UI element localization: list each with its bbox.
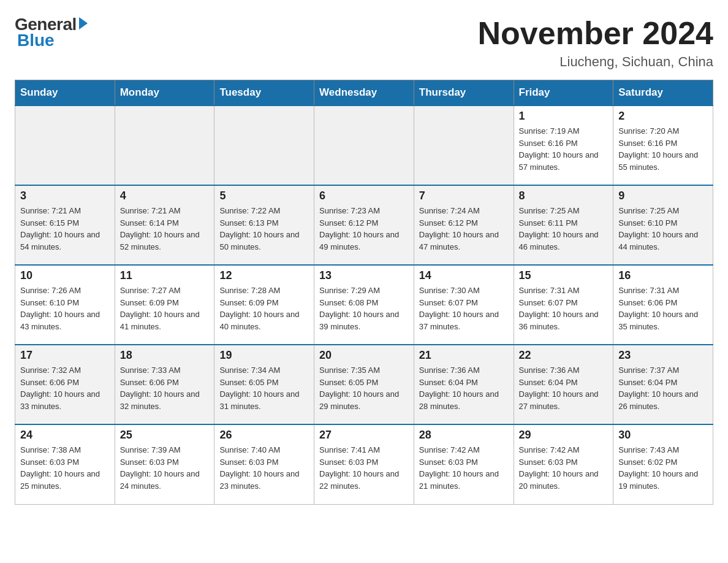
day-number: 26 (219, 429, 309, 442)
day-number: 13 (319, 269, 409, 282)
week-row-4: 17Sunrise: 7:32 AMSunset: 6:06 PMDayligh… (15, 345, 713, 424)
calendar-cell: 18Sunrise: 7:33 AMSunset: 6:06 PMDayligh… (115, 345, 214, 424)
title-section: November 2024 Liucheng, Sichuan, China (478, 15, 713, 70)
day-info: Sunrise: 7:21 AMSunset: 6:14 PMDaylight:… (120, 205, 210, 253)
calendar-cell: 11Sunrise: 7:27 AMSunset: 6:09 PMDayligh… (115, 265, 214, 345)
calendar-cell: 6Sunrise: 7:23 AMSunset: 6:12 PMDaylight… (314, 185, 414, 265)
month-title: November 2024 (478, 15, 713, 52)
calendar-cell: 29Sunrise: 7:42 AMSunset: 6:03 PMDayligh… (514, 424, 613, 504)
day-number: 12 (219, 269, 309, 282)
page-header: General Blue November 2024 Liucheng, Sic… (15, 15, 713, 70)
day-number: 11 (120, 269, 210, 282)
calendar-cell (214, 105, 314, 185)
calendar-cell (314, 105, 414, 185)
calendar-cell: 19Sunrise: 7:34 AMSunset: 6:05 PMDayligh… (214, 345, 314, 424)
calendar-cell: 16Sunrise: 7:31 AMSunset: 6:06 PMDayligh… (613, 265, 713, 345)
calendar-cell: 14Sunrise: 7:30 AMSunset: 6:07 PMDayligh… (414, 265, 514, 345)
day-number: 23 (618, 349, 708, 362)
day-number: 30 (618, 429, 708, 442)
day-info: Sunrise: 7:41 AMSunset: 6:03 PMDaylight:… (319, 444, 409, 492)
day-info: Sunrise: 7:22 AMSunset: 6:13 PMDaylight:… (219, 205, 309, 253)
calendar-cell: 17Sunrise: 7:32 AMSunset: 6:06 PMDayligh… (15, 345, 115, 424)
day-header-friday: Friday (514, 80, 613, 106)
day-info: Sunrise: 7:40 AMSunset: 6:03 PMDaylight:… (219, 444, 309, 492)
calendar-cell: 23Sunrise: 7:37 AMSunset: 6:04 PMDayligh… (613, 345, 713, 424)
day-info: Sunrise: 7:29 AMSunset: 6:08 PMDaylight:… (319, 285, 409, 332)
day-number: 7 (419, 190, 509, 202)
calendar-cell: 28Sunrise: 7:42 AMSunset: 6:03 PMDayligh… (414, 424, 514, 504)
day-info: Sunrise: 7:25 AMSunset: 6:10 PMDaylight:… (618, 205, 708, 253)
day-number: 17 (20, 349, 110, 362)
day-info: Sunrise: 7:34 AMSunset: 6:05 PMDaylight:… (219, 364, 309, 412)
day-number: 8 (519, 190, 609, 202)
calendar-cell: 10Sunrise: 7:26 AMSunset: 6:10 PMDayligh… (15, 265, 115, 345)
day-info: Sunrise: 7:31 AMSunset: 6:07 PMDaylight:… (519, 285, 609, 332)
calendar-cell: 27Sunrise: 7:41 AMSunset: 6:03 PMDayligh… (314, 424, 414, 504)
calendar-cell: 4Sunrise: 7:21 AMSunset: 6:14 PMDaylight… (115, 185, 214, 265)
day-info: Sunrise: 7:32 AMSunset: 6:06 PMDaylight:… (20, 364, 110, 412)
day-info: Sunrise: 7:38 AMSunset: 6:03 PMDaylight:… (20, 444, 110, 492)
day-number: 5 (219, 190, 309, 202)
day-number: 19 (219, 349, 309, 362)
day-header-wednesday: Wednesday (314, 80, 414, 106)
day-number: 16 (618, 269, 708, 282)
day-header-sunday: Sunday (15, 80, 115, 106)
day-info: Sunrise: 7:42 AMSunset: 6:03 PMDaylight:… (419, 444, 509, 492)
day-number: 9 (618, 190, 708, 202)
logo-arrow-icon (79, 17, 88, 29)
day-number: 18 (120, 349, 210, 362)
day-number: 21 (419, 349, 509, 362)
day-number: 22 (519, 349, 609, 362)
day-info: Sunrise: 7:35 AMSunset: 6:05 PMDaylight:… (319, 364, 409, 412)
day-info: Sunrise: 7:30 AMSunset: 6:07 PMDaylight:… (419, 285, 509, 332)
day-number: 14 (419, 269, 509, 282)
calendar-cell (414, 105, 514, 185)
day-number: 24 (20, 429, 110, 442)
day-info: Sunrise: 7:27 AMSunset: 6:09 PMDaylight:… (120, 285, 210, 332)
calendar-cell: 30Sunrise: 7:43 AMSunset: 6:02 PMDayligh… (613, 424, 713, 504)
day-header-tuesday: Tuesday (214, 80, 314, 106)
day-header-saturday: Saturday (613, 80, 713, 106)
day-info: Sunrise: 7:20 AMSunset: 6:16 PMDaylight:… (618, 125, 708, 173)
day-info: Sunrise: 7:21 AMSunset: 6:15 PMDaylight:… (20, 205, 110, 253)
day-info: Sunrise: 7:24 AMSunset: 6:12 PMDaylight:… (419, 205, 509, 253)
day-info: Sunrise: 7:39 AMSunset: 6:03 PMDaylight:… (120, 444, 210, 492)
calendar-cell: 8Sunrise: 7:25 AMSunset: 6:11 PMDaylight… (514, 185, 613, 265)
calendar-header-row: SundayMondayTuesdayWednesdayThursdayFrid… (15, 80, 713, 106)
calendar-cell: 9Sunrise: 7:25 AMSunset: 6:10 PMDaylight… (613, 185, 713, 265)
calendar-cell: 24Sunrise: 7:38 AMSunset: 6:03 PMDayligh… (15, 424, 115, 504)
calendar-cell (15, 105, 115, 185)
calendar-cell: 25Sunrise: 7:39 AMSunset: 6:03 PMDayligh… (115, 424, 214, 504)
week-row-1: 1Sunrise: 7:19 AMSunset: 6:16 PMDaylight… (15, 105, 713, 185)
day-number: 1 (519, 110, 609, 123)
day-info: Sunrise: 7:36 AMSunset: 6:04 PMDaylight:… (519, 364, 609, 412)
calendar-cell: 26Sunrise: 7:40 AMSunset: 6:03 PMDayligh… (214, 424, 314, 504)
day-number: 4 (120, 190, 210, 202)
calendar-cell: 21Sunrise: 7:36 AMSunset: 6:04 PMDayligh… (414, 345, 514, 424)
calendar-cell: 2Sunrise: 7:20 AMSunset: 6:16 PMDaylight… (613, 105, 713, 185)
day-number: 6 (319, 190, 409, 202)
calendar-cell: 15Sunrise: 7:31 AMSunset: 6:07 PMDayligh… (514, 265, 613, 345)
week-row-3: 10Sunrise: 7:26 AMSunset: 6:10 PMDayligh… (15, 265, 713, 345)
day-number: 10 (20, 269, 110, 282)
day-header-monday: Monday (115, 80, 214, 106)
calendar-cell: 5Sunrise: 7:22 AMSunset: 6:13 PMDaylight… (214, 185, 314, 265)
calendar-cell: 12Sunrise: 7:28 AMSunset: 6:09 PMDayligh… (214, 265, 314, 345)
calendar-table: SundayMondayTuesdayWednesdayThursdayFrid… (15, 80, 713, 505)
day-info: Sunrise: 7:25 AMSunset: 6:11 PMDaylight:… (519, 205, 609, 253)
day-number: 28 (419, 429, 509, 442)
day-number: 29 (519, 429, 609, 442)
day-info: Sunrise: 7:43 AMSunset: 6:02 PMDaylight:… (618, 444, 708, 492)
location: Liucheng, Sichuan, China (478, 54, 713, 70)
logo: General Blue (15, 15, 88, 50)
day-info: Sunrise: 7:31 AMSunset: 6:06 PMDaylight:… (618, 285, 708, 332)
day-info: Sunrise: 7:23 AMSunset: 6:12 PMDaylight:… (319, 205, 409, 253)
day-number: 27 (319, 429, 409, 442)
day-info: Sunrise: 7:33 AMSunset: 6:06 PMDaylight:… (120, 364, 210, 412)
day-number: 25 (120, 429, 210, 442)
calendar-cell (115, 105, 214, 185)
day-number: 20 (319, 349, 409, 362)
week-row-5: 24Sunrise: 7:38 AMSunset: 6:03 PMDayligh… (15, 424, 713, 504)
calendar-cell: 22Sunrise: 7:36 AMSunset: 6:04 PMDayligh… (514, 345, 613, 424)
calendar-cell: 1Sunrise: 7:19 AMSunset: 6:16 PMDaylight… (514, 105, 613, 185)
